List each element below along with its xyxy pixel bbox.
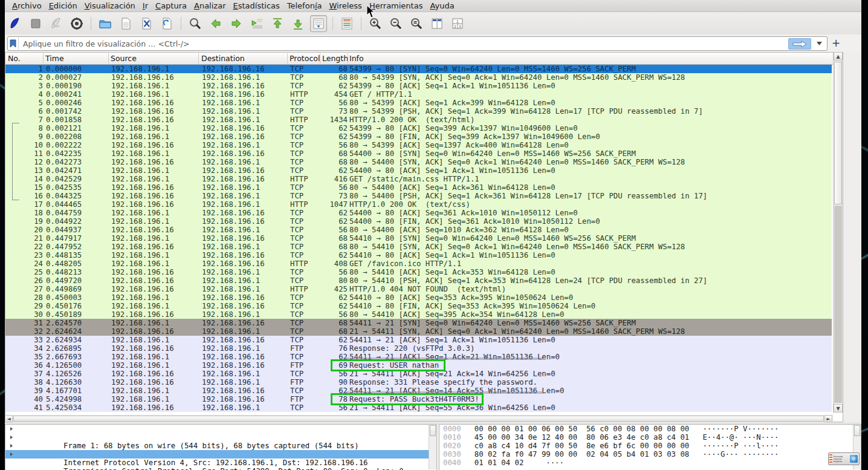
packet-row[interactable]: 12 0.042273 192.168.196.16 192.168.196.1… — [5, 158, 832, 166]
packet-row[interactable]: 18 0.044759 192.168.196.1 192.168.196.16… — [5, 209, 832, 217]
horizontal-scroll-thumb[interactable] — [13, 416, 824, 422]
find-packet-icon[interactable] — [187, 15, 204, 32]
packet-row[interactable]: 17 0.044465 192.168.196.16 192.168.196.1… — [5, 200, 832, 209]
details-scroll-thumb[interactable] — [430, 425, 436, 436]
chevron-right-icon[interactable] — [10, 436, 13, 439]
packet-row[interactable]: 1 0.000000 192.168.196.1 192.168.196.16 … — [5, 65, 832, 73]
menu-item[interactable]: Ir — [139, 1, 152, 11]
go-first-packet-icon[interactable] — [269, 15, 286, 32]
packet-row[interactable]: 8 0.002121 192.168.196.1 192.168.196.16 … — [5, 124, 832, 132]
column-divider[interactable] — [43, 53, 44, 64]
column-header-length[interactable]: Length — [322, 54, 348, 63]
column-divider[interactable] — [287, 53, 288, 64]
packet-row[interactable]: 21 0.447917 192.168.196.1 192.168.196.16… — [5, 234, 832, 243]
column-divider[interactable] — [198, 53, 199, 64]
packet-row[interactable]: 22 0.447952 192.168.196.16 192.168.196.1… — [5, 243, 832, 251]
menu-item[interactable]: Archivo — [8, 1, 45, 11]
display-filter-input[interactable]: Aplique un filtro de visualización … <Ct… — [7, 36, 828, 51]
colorize-icon[interactable] — [338, 15, 355, 32]
packet-row[interactable]: 15 0.042535 192.168.196.16 192.168.196.1… — [5, 183, 832, 192]
packet-bytes-pane[interactable]: 0000 00 00 00 01 00 06 00 50 56 c0 00 08… — [439, 424, 861, 470]
restart-capture-icon[interactable] — [48, 15, 65, 32]
scroll-down-button[interactable]: ▼ — [834, 404, 843, 413]
vertical-scroll-thumb[interactable] — [834, 62, 842, 204]
packet-row[interactable]: 11 0.042235 192.168.196.1 192.168.196.16… — [5, 149, 832, 158]
resize-columns-icon[interactable] — [429, 15, 445, 32]
packet-row[interactable]: 6 0.001742 192.168.196.16 192.168.196.1 … — [5, 107, 832, 116]
chevron-right-icon[interactable] — [10, 444, 13, 448]
packet-row[interactable]: 31 2.624570 192.168.196.1 192.168.196.16… — [5, 319, 832, 327]
column-header-info[interactable]: Info — [349, 54, 364, 63]
chevron-down-icon[interactable] — [814, 38, 824, 48]
open-file-icon[interactable] — [97, 15, 114, 32]
start-capture-icon[interactable] — [7, 15, 24, 32]
chevron-right-icon[interactable] — [10, 427, 13, 431]
stop-capture-icon[interactable] — [27, 15, 44, 32]
menu-item[interactable]: Edición — [45, 1, 81, 11]
layout-icon[interactable]: 123 — [449, 15, 466, 32]
column-header-destination[interactable]: Destination — [201, 54, 245, 63]
column-divider[interactable] — [320, 53, 320, 64]
detail-tree-row[interactable]: Frame 1: 68 bytes on wire (544 bits), 68… — [5, 425, 436, 433]
packet-row[interactable]: 23 0.448135 192.168.196.1 192.168.196.16… — [5, 251, 832, 259]
zoom-out-icon[interactable] — [387, 15, 404, 32]
packet-row[interactable]: 38 4.126630 192.168.196.16 192.168.196.1… — [5, 378, 832, 387]
column-divider[interactable] — [108, 53, 109, 64]
go-back-icon[interactable] — [207, 15, 224, 32]
zoom-reset-icon[interactable] — [408, 15, 425, 32]
vertical-scroll-trough[interactable] — [834, 206, 842, 403]
packet-row[interactable]: 3 0.000190 192.168.196.1 192.168.196.16 … — [5, 82, 832, 90]
menu-item[interactable]: Analizar — [190, 1, 229, 11]
chevron-right-icon[interactable] — [10, 452, 13, 456]
menu-item[interactable]: Telefonía — [283, 1, 326, 11]
menu-item[interactable]: Estadísticas — [229, 1, 283, 11]
packet-row[interactable]: 32 2.624624 192.168.196.16 192.168.196.1… — [5, 327, 832, 336]
go-to-packet-icon[interactable] — [248, 15, 265, 32]
menu-item[interactable]: Visualización — [81, 1, 139, 11]
packet-row[interactable]: 26 0.449720 192.168.196.16 192.168.196.1… — [5, 276, 832, 285]
reload-file-icon[interactable] — [158, 15, 175, 32]
column-divider[interactable] — [348, 53, 348, 64]
scroll-right-button[interactable]: ► — [824, 415, 832, 422]
column-header-protocol[interactable]: Protocol — [290, 54, 320, 63]
packet-row[interactable]: 13 0.042471 192.168.196.1 192.168.196.16… — [5, 166, 832, 175]
go-last-packet-icon[interactable] — [290, 15, 306, 32]
column-header-source[interactable]: Source — [111, 54, 137, 63]
packet-row[interactable]: 7 0.001858 192.168.196.16 192.168.196.1 … — [5, 116, 832, 124]
menu-item[interactable]: Wireless — [325, 1, 365, 11]
column-header-time[interactable]: Time — [45, 54, 64, 63]
apply-filter-button[interactable] — [788, 38, 811, 50]
detail-tree-row[interactable]: Internet Protocol Version 4, Src: 192.16… — [5, 442, 436, 450]
menu-item[interactable]: Ayuda — [426, 1, 458, 11]
packet-details-pane[interactable]: Frame 1: 68 bytes on wire (544 bits), 68… — [5, 424, 437, 470]
add-filter-button[interactable]: + — [831, 38, 841, 48]
capture-options-icon[interactable] — [68, 15, 85, 32]
packet-list-horizontal-scrollbar[interactable]: ◄ ► — [5, 415, 833, 422]
packet-row[interactable]: 4 0.000241 192.168.196.1 192.168.196.16 … — [5, 90, 832, 99]
save-file-icon[interactable] — [117, 15, 134, 32]
packet-row[interactable]: 16 0.044325 192.168.196.16 192.168.196.1… — [5, 192, 832, 200]
packet-row[interactable]: 10 0.002222 192.168.196.16 192.168.196.1… — [5, 141, 832, 149]
packet-row[interactable]: 24 0.448205 192.168.196.1 192.168.196.16… — [5, 259, 832, 268]
scroll-up-button[interactable]: ▲ — [834, 52, 843, 60]
packet-row[interactable]: 14 0.042529 192.168.196.1 192.168.196.16… — [5, 175, 832, 183]
scroll-left-button[interactable]: ◄ — [5, 415, 13, 422]
close-file-icon[interactable] — [138, 15, 155, 32]
auto-scroll-icon[interactable] — [310, 15, 327, 32]
packet-row[interactable]: 33 2.624934 192.168.196.1 192.168.196.16… — [5, 336, 832, 344]
details-vertical-scrollbar[interactable] — [429, 425, 436, 469]
packet-row[interactable]: 9 0.002208 192.168.196.1 192.168.196.16 … — [5, 132, 832, 141]
packet-row[interactable]: 5 0.000246 192.168.196.16 192.168.196.1 … — [5, 99, 832, 107]
packet-row[interactable]: 29 0.450176 192.168.196.1 192.168.196.16… — [5, 302, 832, 310]
detail-tree-row[interactable]: Transmission Control Protocol, Src Port:… — [5, 450, 436, 459]
menu-item[interactable]: Captura — [152, 1, 190, 11]
bookmark-icon[interactable] — [8, 38, 19, 50]
packet-row[interactable]: 28 0.450003 192.168.196.1 192.168.196.16… — [5, 293, 832, 302]
packet-row[interactable]: 27 0.449869 192.168.196.16 192.168.196.1… — [5, 285, 832, 293]
packet-row[interactable]: 34 2.626895 192.168.196.16 192.168.196.1… — [5, 344, 832, 353]
internet-explorer-shortcut[interactable]: Microsoft Internet Explorer e — [828, 452, 860, 465]
detail-tree-row[interactable]: Linux cooked capture v1 — [5, 433, 436, 442]
packet-row[interactable]: 25 0.448213 192.168.196.16 192.168.196.1… — [5, 268, 832, 276]
packet-row[interactable]: 2 0.000027 192.168.196.16 192.168.196.1 … — [5, 73, 832, 82]
packet-row[interactable]: 19 0.044922 192.168.196.1 192.168.196.16… — [5, 217, 832, 226]
